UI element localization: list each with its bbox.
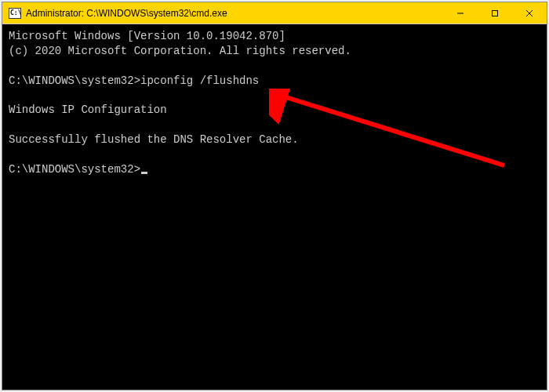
maximize-icon bbox=[491, 9, 499, 17]
text-cursor bbox=[141, 172, 147, 174]
cmd-window: C:\ Administrator: C:\WINDOWS\system32\c… bbox=[2, 2, 547, 390]
version-line: Microsoft Windows [Version 10.0.19042.87… bbox=[9, 30, 285, 42]
titlebar[interactable]: C:\ Administrator: C:\WINDOWS\system32\c… bbox=[2, 2, 547, 24]
prompt-command: ipconfig /flushdns bbox=[140, 74, 259, 87]
prompt-path: C:\WINDOWS\system32> bbox=[9, 163, 140, 176]
svg-rect-1 bbox=[493, 10, 498, 16]
window-controls bbox=[443, 2, 547, 24]
output-result: Successfully flushed the DNS Resolver Ca… bbox=[9, 133, 299, 146]
copyright-line: (c) 2020 Microsoft Corporation. All righ… bbox=[9, 45, 351, 57]
terminal-body[interactable]: Microsoft Windows [Version 10.0.19042.87… bbox=[2, 24, 547, 390]
close-button[interactable] bbox=[512, 2, 547, 24]
prompt-path: C:\WINDOWS\system32> bbox=[9, 74, 140, 87]
maximize-button[interactable] bbox=[478, 2, 512, 24]
minimize-button[interactable] bbox=[443, 2, 478, 24]
annotation-arrow-icon bbox=[269, 89, 520, 175]
window-title: Administrator: C:\WINDOWS\system32\cmd.e… bbox=[26, 8, 443, 19]
minimize-icon bbox=[456, 9, 464, 17]
svg-line-5 bbox=[278, 95, 504, 165]
output-header: Windows IP Configuration bbox=[9, 103, 167, 116]
cmd-icon: C:\ bbox=[9, 8, 21, 19]
close-icon bbox=[525, 9, 533, 17]
